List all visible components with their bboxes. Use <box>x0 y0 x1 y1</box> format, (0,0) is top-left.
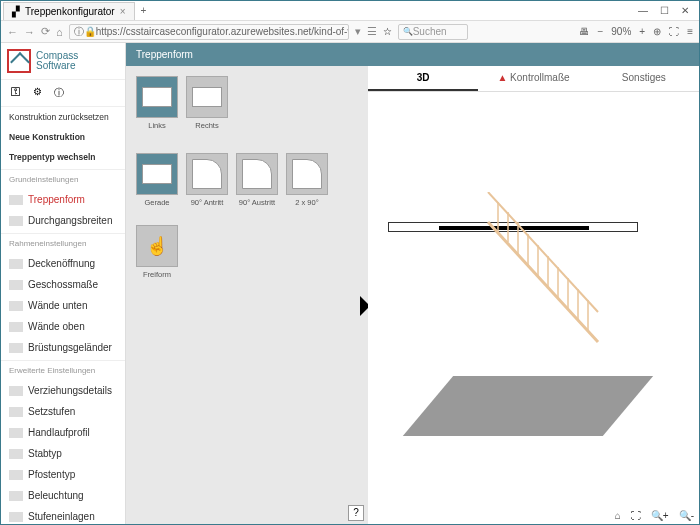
wall-icon <box>9 322 23 332</box>
zoom-level: 90% <box>611 26 631 37</box>
shape-panel: Links Rechts Gerade 90° Antritt 90° Aust… <box>126 66 366 525</box>
search-input[interactable]: 🔍 Suchen <box>398 24 468 40</box>
info-icon: ⓘ <box>74 25 84 39</box>
sidebar-walls-lower[interactable]: Wände unten <box>1 295 125 316</box>
section-basic: Grundeinstellungen <box>1 169 125 189</box>
reload-icon[interactable]: ⟳ <box>41 25 50 38</box>
minimize-icon[interactable]: — <box>638 5 648 16</box>
zoom-in-icon[interactable]: 🔍+ <box>651 510 669 521</box>
print-icon[interactable]: 🖶 <box>579 26 589 37</box>
sidebar-walls-upper[interactable]: Wände oben <box>1 316 125 337</box>
sidebar-balustrade[interactable]: Brüstungsgeländer <box>1 337 125 358</box>
logo: CompassSoftware <box>1 43 125 80</box>
zoom-out-icon[interactable]: 🔍- <box>679 510 694 521</box>
tab-favicon: ▞ <box>12 6 20 17</box>
new-tab-button[interactable]: + <box>135 5 153 16</box>
home-icon[interactable]: ⌂ <box>56 26 63 38</box>
balustrade-icon <box>9 343 23 353</box>
warp-icon <box>9 386 23 396</box>
shape-gerade[interactable] <box>136 153 178 195</box>
tab-3d[interactable]: 3D <box>368 66 478 91</box>
shape-2x90[interactable] <box>286 153 328 195</box>
sidebar: CompassSoftware ⚿ ⚙ ⓘ Konstruktion zurüc… <box>1 43 126 525</box>
expand-icon[interactable]: ⛶ <box>631 510 641 521</box>
sidebar-reset[interactable]: Konstruktion zurücksetzen <box>1 107 125 127</box>
home-view-icon[interactable]: ⌂ <box>615 510 621 521</box>
shape-90-antritt[interactable] <box>186 153 228 195</box>
shape-rechts[interactable] <box>186 76 228 118</box>
tab-close-icon[interactable]: × <box>120 6 126 17</box>
url-text: https://csstaircaseconfigurator.azureweb… <box>96 26 349 37</box>
tab-other[interactable]: Sonstiges <box>589 66 699 91</box>
sidebar-new[interactable]: Neue Konstruktion <box>1 127 125 147</box>
sidebar-inlay[interactable]: Stufeneinlagen <box>1 506 125 525</box>
section-ext: Erweiterte Einstellungen <box>1 360 125 380</box>
floor-icon <box>9 280 23 290</box>
svg-line-1 <box>488 192 598 312</box>
shape-freiform[interactable]: ☝ <box>136 225 178 267</box>
sidebar-post[interactable]: Pfostentyp <box>1 464 125 485</box>
svg-line-0 <box>488 222 598 342</box>
url-bar: ← → ⟳ ⌂ ⓘ 🔒 https://csstaircaseconfigura… <box>1 21 699 43</box>
handrail-icon <box>9 428 23 438</box>
inlay-icon <box>9 512 23 522</box>
panel-header: Treppenform <box>126 43 699 66</box>
tab-control[interactable]: ▲ Kontrollmaße <box>478 66 588 91</box>
dropdown-icon[interactable]: ▾ <box>355 25 361 38</box>
sidebar-baluster[interactable]: Stabtyp <box>1 443 125 464</box>
minus-icon[interactable]: − <box>597 26 603 37</box>
sidebar-ceiling[interactable]: Deckenöffnung <box>1 253 125 274</box>
shape-90-austritt[interactable] <box>236 153 278 195</box>
preview-panel: 3D ▲ Kontrollmaße Sonstiges <box>368 66 699 525</box>
info-icon[interactable]: ⓘ <box>54 86 64 100</box>
sidebar-warp[interactable]: Verziehungsdetails <box>1 380 125 401</box>
sidebar-durchgang[interactable]: Durchgangsbreiten <box>1 210 125 231</box>
fullscreen-icon[interactable]: ⛶ <box>669 26 679 37</box>
gear-icon[interactable]: ⚙ <box>33 86 42 100</box>
star-icon[interactable]: ☆ <box>383 26 392 37</box>
3d-canvas[interactable]: ? ⌂ ⛶ 🔍+ 🔍- <box>368 92 699 525</box>
wall-icon <box>9 301 23 311</box>
hand-icon: ☝ <box>146 235 168 257</box>
sidebar-floor[interactable]: Geschossmaße <box>1 274 125 295</box>
download-icon[interactable]: ⊕ <box>653 26 661 37</box>
sidebar-handrail[interactable]: Handlaufprofil <box>1 422 125 443</box>
close-icon[interactable]: ✕ <box>681 5 689 16</box>
shape-links[interactable] <box>136 76 178 118</box>
light-icon <box>9 491 23 501</box>
lock-icon: 🔒 <box>84 26 96 37</box>
menu-icon[interactable]: ≡ <box>687 26 693 37</box>
back-icon[interactable]: ← <box>7 26 18 38</box>
sidebar-light[interactable]: Beleuchtung <box>1 485 125 506</box>
compass-logo-icon <box>7 49 31 73</box>
width-icon <box>9 216 23 226</box>
key-icon[interactable]: ⚿ <box>11 86 21 100</box>
browser-tab[interactable]: ▞ Treppenkonfigurator × <box>3 2 135 20</box>
baluster-icon <box>9 449 23 459</box>
reader-icon[interactable]: ☰ <box>367 25 377 38</box>
staircase-3d <box>428 192 628 392</box>
form-icon <box>9 195 23 205</box>
help-button[interactable]: ? <box>348 505 364 521</box>
plus-icon[interactable]: + <box>639 26 645 37</box>
sidebar-treppenform[interactable]: Treppenform <box>1 189 125 210</box>
section-frame: Rahmeneinstellungen <box>1 233 125 253</box>
tab-title: Treppenkonfigurator <box>25 6 115 17</box>
warning-icon: ▲ <box>497 72 507 83</box>
browser-titlebar: ▞ Treppenkonfigurator × + — ☐ ✕ <box>1 1 699 21</box>
url-input[interactable]: ⓘ 🔒 https://csstaircaseconfigurator.azur… <box>69 24 349 40</box>
ceiling-icon <box>9 259 23 269</box>
sidebar-risers[interactable]: Setzstufen <box>1 401 125 422</box>
post-icon <box>9 470 23 480</box>
riser-icon <box>9 407 23 417</box>
forward-icon: → <box>24 26 35 38</box>
maximize-icon[interactable]: ☐ <box>660 5 669 16</box>
sidebar-change-type[interactable]: Treppentyp wechseln <box>1 147 125 167</box>
